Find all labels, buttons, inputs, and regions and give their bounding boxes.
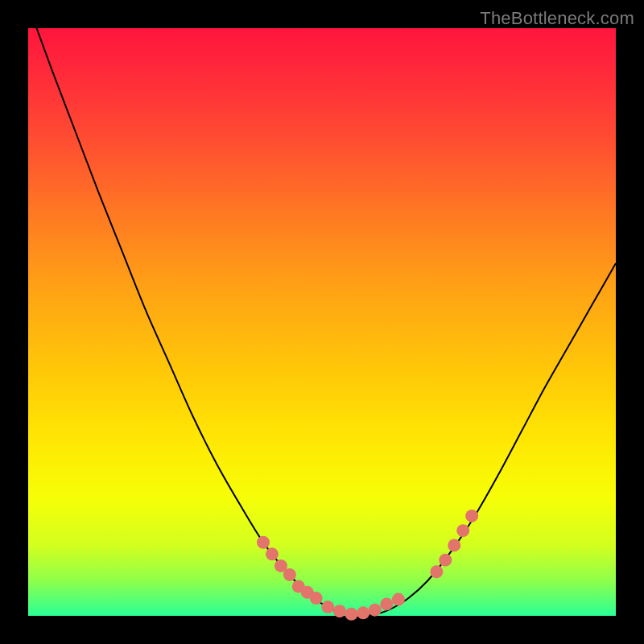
marker-bottom-cluster (345, 608, 358, 621)
marker-bottom-cluster (380, 597, 393, 610)
marker-bottom-cluster (369, 604, 382, 617)
marker-bottom-cluster (357, 606, 369, 619)
marker-right-cluster (448, 539, 460, 551)
marker-left-cluster (266, 547, 279, 560)
marker-right-cluster (439, 554, 452, 567)
watermark-text: TheBottleneck.com (480, 8, 634, 29)
marker-left-cluster (310, 592, 323, 605)
marker-right-cluster (430, 565, 443, 578)
marker-bottom-cluster (392, 593, 405, 606)
chart-container (28, 28, 616, 616)
bottleneck-curve (28, 5, 616, 616)
marker-left-cluster (283, 568, 296, 581)
marker-left-cluster (257, 536, 270, 549)
marker-bottom-cluster (333, 605, 346, 617)
data-markers (257, 510, 478, 621)
chart-overlay-svg (28, 28, 616, 616)
marker-right-cluster (456, 524, 469, 537)
marker-bottom-cluster (321, 601, 334, 613)
marker-right-cluster (465, 510, 478, 522)
